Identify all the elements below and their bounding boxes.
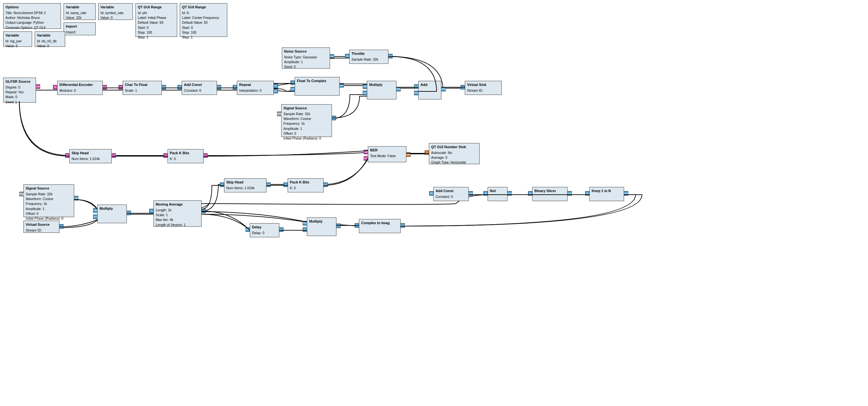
binary-slicer-out-port[interactable]: out: [567, 191, 572, 196]
mul3-in0-port[interactable]: in0: [303, 221, 307, 226]
ber-test-mode: Test Mode: False: [370, 154, 404, 159]
delay-in-port[interactable]: out: [246, 227, 250, 232]
skip-head2-out-port[interactable]: out: [266, 182, 271, 187]
virtual-sink-title: Virtual Sink: [467, 82, 499, 88]
add1-in0-port[interactable]: in0: [414, 84, 418, 89]
pkb1-out-port[interactable]: out: [203, 153, 208, 158]
glfsr-seed: Seed: 1: [5, 100, 34, 105]
options-block: Options Title: Noncoherent DPSK 2 Author…: [3, 3, 61, 29]
char-to-float-out-port[interactable]: out: [161, 85, 166, 90]
mul1-out-port[interactable]: out: [396, 87, 401, 91]
glfsr-title: GLFSR Source: [5, 79, 34, 84]
pkb2-out-port[interactable]: out: [323, 182, 328, 187]
var-samp-rate-value: Value: 32k: [66, 15, 93, 20]
c2i-in-port[interactable]: in: [355, 223, 359, 228]
float-to-complex-title: Float To Complex: [297, 78, 337, 84]
ss2-phase: Initial Phase (Radians): 0: [26, 216, 72, 221]
glfsr-out-port[interactable]: out: [36, 84, 40, 89]
ber-in0-port[interactable]: in0: [364, 150, 368, 154]
qt-gui-range-phi-title: QT GUI Range: [138, 5, 175, 10]
skip-head1-items: Num Items: 1.024k: [71, 157, 110, 161]
skip-head2-in-port[interactable]: in: [220, 182, 224, 187]
diff-encoder-block: Differential Encoder Modulus: 0 in out: [57, 81, 103, 95]
mul3-in1-port[interactable]: in1: [303, 227, 307, 232]
glfsr-degree: Degree: 0: [5, 85, 34, 90]
not-out-port[interactable]: out: [507, 191, 512, 196]
multiply3-block: Multiply in0 in1 out: [307, 217, 336, 236]
moving-avg-in-port[interactable]: in: [149, 209, 154, 213]
var-eb-n0-db-id: Id: eb_n0_db: [37, 39, 63, 44]
ftc-in0-port[interactable]: re: [290, 80, 295, 85]
import-field: Import:: [66, 30, 93, 35]
noise-source-out-port[interactable]: out: [330, 54, 334, 59]
add-const2-in-port[interactable]: in: [429, 191, 434, 196]
moving-avg-out-port[interactable]: out: [201, 209, 206, 213]
throttle-out-port[interactable]: out: [388, 54, 393, 58]
ss2-out-port[interactable]: out: [74, 196, 78, 200]
ss2-freq-port[interactable]: freq: [19, 192, 24, 196]
k1n-in-port[interactable]: in: [585, 191, 590, 196]
repeat-in-port[interactable]: in: [233, 85, 237, 90]
throttle-in-port[interactable]: in: [345, 54, 349, 58]
throttle-rate: Sample Rate: 32k: [351, 57, 386, 62]
mul2-out-port[interactable]: out: [126, 211, 131, 215]
var-samp-rate-title: Variable: [66, 5, 93, 10]
var-sig-pwr-value: Value: 0: [5, 44, 30, 48]
add-const-block: Add Const Constant: 0 in out: [182, 81, 217, 95]
add-const2-out-port[interactable]: out: [468, 191, 473, 196]
throttle-block: Throttle Sample Rate: 32k in out: [349, 50, 389, 64]
skip-head1-in-port[interactable]: in: [65, 153, 70, 158]
delay-out-port[interactable]: in1: [279, 227, 283, 232]
ber-block: BER Test Mode: False in0 in1 out: [368, 146, 406, 162]
mul3-out-port[interactable]: out: [336, 224, 341, 228]
ber-in1-port[interactable]: in1: [364, 156, 368, 161]
c2i-out-port[interactable]: out: [400, 223, 405, 228]
ss1-freq-port[interactable]: freq: [277, 112, 281, 116]
virtual-source-title: Virtual Source: [26, 222, 57, 227]
moving-avg-scale: Scale: 1: [156, 213, 199, 217]
add-const-in-port[interactable]: in: [178, 85, 182, 90]
repeat-out-port-re[interactable]: re: [274, 84, 278, 88]
repeat-out-port-im[interactable]: im: [274, 89, 278, 93]
add1-out-port[interactable]: out: [441, 87, 445, 91]
pkb1-in-port[interactable]: in: [163, 153, 168, 158]
not-in-port[interactable]: in: [484, 191, 488, 196]
virtual-sink-in-port[interactable]: in: [461, 85, 465, 90]
glfsr-source-block: GLFSR Source Degree: 0 Repeat: Yes Mask:…: [3, 78, 36, 103]
complex-to-imag-title: Complex to Imag: [361, 221, 398, 226]
mul2-in1-port[interactable]: in1: [93, 214, 98, 219]
mul2-in0-port[interactable]: in0: [93, 208, 98, 213]
skip-head1-title: Skip Head: [71, 151, 110, 156]
ftc-in1-port[interactable]: im: [290, 87, 295, 91]
virtual-source-id: Stream ID:: [26, 228, 57, 233]
var-symbol-rate-value: Value: 0: [100, 15, 131, 20]
glfsr-repeat: Repeat: Yes: [5, 90, 34, 95]
binary-slicer-in-port[interactable]: in: [528, 191, 532, 196]
virtual-source-out-port[interactable]: out: [59, 224, 64, 229]
pkb2-in-port[interactable]: in: [283, 182, 288, 187]
wire-layer: [0, 0, 868, 406]
ber-out-port[interactable]: out: [406, 152, 410, 157]
add-const2-title: Add Const: [436, 189, 466, 194]
char-to-float-scale: Scale: 1: [125, 88, 159, 93]
add-const-out-port[interactable]: out: [217, 85, 221, 90]
ftc-out-port[interactable]: out: [339, 83, 344, 88]
var-eb-n0-db-title: Variable: [37, 33, 63, 38]
char-to-float-in-port[interactable]: in: [119, 85, 123, 90]
noise-source-block: Noise Source Noise Type: Gaussian Amplit…: [282, 47, 330, 69]
mul1-in1-port[interactable]: in1: [363, 91, 367, 95]
options-field-0: Title: Noncoherent DPSK 2: [5, 10, 59, 15]
ss1-amp: Amplitude: 1: [283, 126, 330, 131]
skip-head1-out-port[interactable]: out: [112, 153, 116, 158]
qt-gui-ns-in-port[interactable]: in: [425, 150, 429, 155]
pack-k-bits2-block: Pack K Bits K: 0 in out: [288, 178, 323, 193]
ss1-out-port[interactable]: out: [332, 116, 336, 120]
qt-gui-range-phi-block: QT GUI Range Id: phi Label: Initial Phas…: [135, 3, 177, 37]
diff-encoder-out-port[interactable]: out: [102, 85, 107, 90]
add1-in1-port[interactable]: in1: [414, 91, 418, 95]
k1n-out-port[interactable]: out: [624, 191, 628, 196]
ss1-freq: Frequency: 1k: [283, 121, 330, 126]
diff-encoder-in-port[interactable]: in: [53, 85, 58, 90]
mul1-in0-port[interactable]: in0: [363, 84, 367, 89]
qt-gui-range-fc-title: QT GUI Range: [182, 5, 225, 10]
